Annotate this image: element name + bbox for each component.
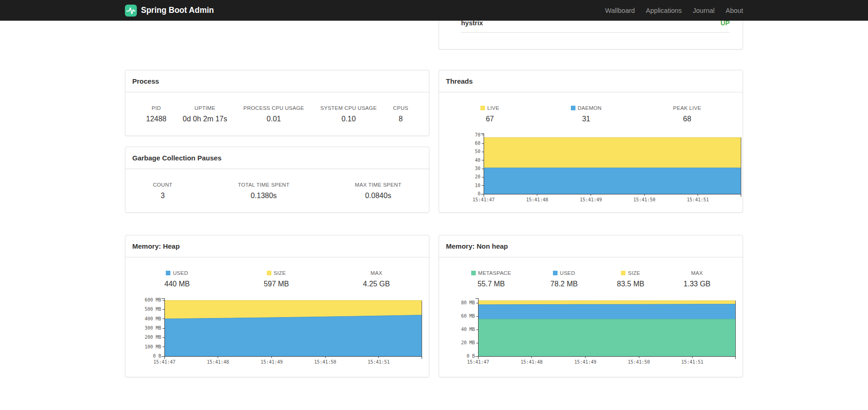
legend-label-text: USED (173, 270, 188, 276)
legend-label-text: MAX (691, 270, 703, 276)
legend-label-text: SIZE (628, 270, 640, 276)
svg-text:300 MB: 300 MB (145, 325, 161, 330)
threads-chart: 01020304050607015:41:4715:41:4815:41:491… (457, 131, 736, 205)
svg-text:15:41:47: 15:41:47 (153, 359, 175, 364)
legend-value: 31 (582, 114, 590, 123)
threads-area-chart: 01020304050607015:41:4715:41:4815:41:491… (457, 131, 747, 205)
legend-swatch (480, 106, 485, 110)
spring-boot-admin-logo-icon (125, 5, 137, 17)
main-grid: Process PID 12488 UPTIME 0d 0h 2m 17s PR… (125, 21, 743, 377)
process-metrics: PID 12488 UPTIME 0d 0h 2m 17s PROCESS CP… (125, 92, 429, 136)
metric-value: 8 (399, 114, 403, 123)
legend-item-live: LIVE 67 (480, 105, 499, 123)
nav-item-about[interactable]: About (720, 7, 743, 14)
legend-swatch (571, 106, 575, 110)
svg-text:600 MB: 600 MB (145, 297, 161, 302)
svg-text:15:41:48: 15:41:48 (526, 197, 548, 202)
svg-text:15:41:47: 15:41:47 (473, 197, 495, 202)
legend-label: USED (166, 270, 188, 276)
metric-value: 0.10 (341, 114, 355, 123)
svg-text:10: 10 (475, 183, 480, 188)
legend-item-used: USED 440 MB (164, 270, 190, 288)
svg-text:500 MB: 500 MB (145, 307, 161, 312)
svg-text:80 MB: 80 MB (461, 300, 475, 305)
svg-text:15:41:49: 15:41:49 (574, 359, 596, 364)
legend-swatch (553, 271, 558, 275)
svg-text:15:41:51: 15:41:51 (367, 359, 389, 364)
left-column: Process PID 12488 UPTIME 0d 0h 2m 17s PR… (125, 70, 429, 377)
metric-system-cpu: SYSTEM CPU USAGE 0.10 (321, 105, 377, 123)
metric-gc-max-time: MAX TIME SPENT 0.0840s (355, 182, 401, 200)
nav-item-journal[interactable]: Journal (688, 7, 721, 14)
legend-label: METASPACE (471, 270, 511, 276)
legend-label: DAEMON (571, 105, 602, 111)
memory-nonheap-panel: Memory: Non heap METASPACE 55.7 MB (439, 235, 743, 377)
metric-gc-total-time: TOTAL TIME SPENT 0.1380s (238, 182, 289, 200)
legend-label-text: SIZE (274, 270, 286, 276)
threads-body: LIVE 67 DAEMON 31 (439, 92, 743, 212)
svg-text:15:41:47: 15:41:47 (467, 359, 489, 364)
svg-text:15:41:50: 15:41:50 (628, 359, 650, 364)
metric-gc-count: COUNT 3 (153, 182, 172, 200)
memory-heap-chart: 0 B100 MB200 MB300 MB400 MB500 MB600 MB1… (138, 296, 422, 367)
panel-title: Memory: Non heap (439, 235, 743, 257)
legend-swatch (267, 271, 271, 275)
brand-title: Spring Boot Admin (141, 6, 214, 15)
nav-item-applications[interactable]: Applications (640, 7, 687, 14)
panel-title: Memory: Heap (125, 235, 429, 257)
svg-text:70: 70 (475, 132, 480, 137)
legend-value: 440 MB (164, 279, 190, 288)
svg-text:0: 0 (478, 191, 480, 196)
legend-label: USED (553, 270, 575, 276)
svg-text:60 MB: 60 MB (461, 313, 475, 319)
legend-value: 1.33 GB (683, 279, 710, 288)
legend-label-text: DAEMON (578, 105, 602, 111)
brand-link[interactable]: Spring Boot Admin (125, 5, 214, 17)
metric-value: 0.01 (267, 114, 281, 123)
legend-item-size: SIZE 597 MB (264, 270, 289, 288)
gc-metrics: COUNT 3 TOTAL TIME SPENT 0.1380s MAX TIM… (125, 169, 429, 212)
gc-panel: Garbage Collection Pauses COUNT 3 TOTAL … (125, 147, 429, 213)
metric-label: UPTIME (195, 105, 215, 111)
svg-text:0 B: 0 B (153, 353, 161, 359)
svg-text:15:41:50: 15:41:50 (314, 359, 336, 364)
memory-nonheap-area-chart: 0 B20 MB40 MB60 MB80 MB15:41:4715:41:481… (451, 296, 742, 367)
memory-heap-legend: USED 440 MB SIZE 597 MB (132, 270, 422, 288)
svg-text:15:41:51: 15:41:51 (681, 359, 703, 364)
legend-swatch (471, 271, 476, 275)
legend-value: 55.7 MB (478, 279, 505, 288)
process-panel: Process PID 12488 UPTIME 0d 0h 2m 17s PR… (125, 70, 429, 136)
legend-label: MAX (371, 270, 383, 276)
metric-label: PROCESS CPU USAGE (243, 105, 304, 111)
legend-label-text: LIVE (487, 105, 499, 111)
nav-links: Wallboard Applications Journal About (600, 7, 743, 14)
metric-label: COUNT (153, 182, 172, 188)
legend-value: 597 MB (264, 279, 289, 288)
legend-item-max: MAX 1.33 GB (683, 270, 710, 288)
panel-title: Process (125, 70, 429, 92)
svg-text:30: 30 (475, 166, 480, 171)
metric-label: TOTAL TIME SPENT (238, 182, 289, 188)
legend-value: 4.25 GB (363, 279, 390, 288)
svg-text:15:41:50: 15:41:50 (633, 197, 655, 202)
legend-label: LIVE (480, 105, 499, 111)
threads-legend: LIVE 67 DAEMON 31 (446, 105, 736, 123)
metric-value: 0.1380s (251, 191, 277, 200)
legend-label: SIZE (267, 270, 286, 276)
svg-text:60: 60 (475, 141, 480, 146)
svg-text:20: 20 (475, 174, 480, 179)
svg-text:15:41:49: 15:41:49 (260, 359, 282, 364)
svg-text:50: 50 (475, 149, 480, 154)
memory-nonheap-body: METASPACE 55.7 MB USED 78.2 MB (439, 257, 743, 377)
svg-text:400 MB: 400 MB (145, 316, 161, 321)
metric-label: CPUS (393, 105, 408, 111)
legend-item-used: USED 78.2 MB (550, 270, 578, 288)
nav-item-wallboard[interactable]: Wallboard (600, 7, 641, 14)
legend-label-text: MAX (371, 270, 383, 276)
metric-value: 3 (161, 191, 165, 200)
legend-value: 78.2 MB (550, 279, 578, 288)
legend-label: SIZE (621, 270, 640, 276)
svg-text:40: 40 (475, 158, 480, 163)
legend-value: 67 (486, 114, 494, 123)
panel-title: Garbage Collection Pauses (125, 147, 429, 169)
